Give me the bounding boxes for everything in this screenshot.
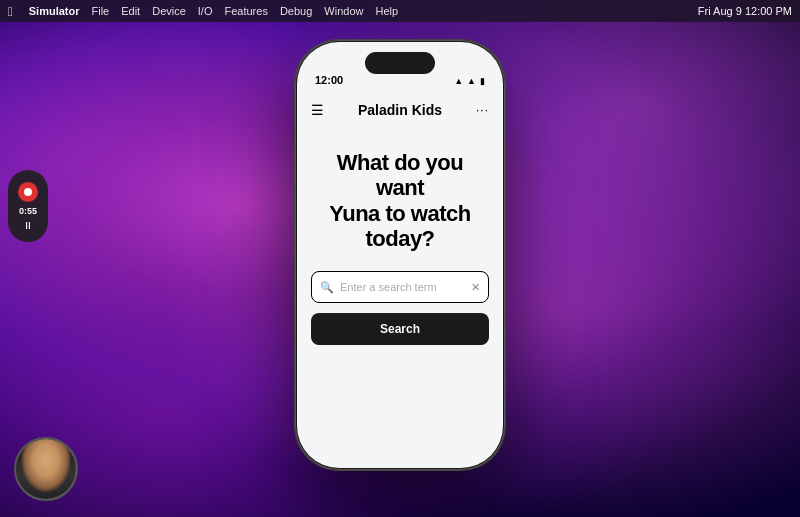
status-icons: ▲ ▲ ▮ — [454, 76, 485, 86]
file-menu[interactable]: File — [91, 5, 109, 17]
io-menu[interactable]: I/O — [198, 5, 213, 17]
menubar-left:  Simulator File Edit Device I/O Feature… — [8, 4, 398, 19]
dynamic-island — [365, 52, 435, 74]
pause-icon[interactable]: ⏸ — [23, 220, 33, 231]
app-content: What do you want Yuna to watch today? 🔍 … — [297, 130, 503, 468]
avatar-image — [16, 439, 76, 499]
record-button[interactable] — [18, 182, 38, 202]
signal-icon: ▲ — [454, 76, 463, 86]
search-bar[interactable]: 🔍 Enter a search term ✕ — [311, 271, 489, 303]
app-header: ☰ Paladin Kids ··· — [297, 90, 503, 130]
search-button[interactable]: Search — [311, 313, 489, 345]
features-menu[interactable]: Features — [224, 5, 267, 17]
hero-line2: Yuna to watch today? — [329, 201, 470, 251]
hero-text: What do you want Yuna to watch today? — [311, 150, 489, 251]
status-time: 12:00 — [315, 74, 343, 86]
device-menu[interactable]: Device — [152, 5, 186, 17]
menubar-right: Fri Aug 9 12:00 PM — [698, 5, 792, 17]
battery-icon: ▮ — [480, 76, 485, 86]
avatar — [14, 437, 78, 501]
menubar-time: Fri Aug 9 12:00 PM — [698, 5, 792, 17]
hero-line1: What do you want — [337, 150, 463, 200]
apple-menu[interactable]:  — [8, 4, 13, 19]
iphone-frame: 12:00 ▲ ▲ ▮ ☰ Paladin Kids ··· What do y… — [295, 40, 505, 470]
menubar:  Simulator File Edit Device I/O Feature… — [0, 0, 800, 22]
record-icon — [24, 188, 32, 196]
help-menu[interactable]: Help — [375, 5, 398, 17]
search-mag-icon: 🔍 — [320, 281, 334, 294]
recording-widget[interactable]: 0:55 ⏸ — [8, 170, 48, 242]
search-button-label: Search — [380, 322, 420, 336]
search-input[interactable]: Enter a search term — [340, 281, 465, 293]
hamburger-icon[interactable]: ☰ — [311, 102, 324, 118]
window-menu[interactable]: Window — [324, 5, 363, 17]
app-title: Paladin Kids — [358, 102, 442, 118]
record-time: 0:55 — [19, 206, 37, 216]
wifi-icon: ▲ — [467, 76, 476, 86]
dots-icon[interactable]: ··· — [476, 103, 489, 117]
iphone-screen: 12:00 ▲ ▲ ▮ ☰ Paladin Kids ··· What do y… — [297, 42, 503, 468]
clear-icon[interactable]: ✕ — [471, 281, 480, 294]
debug-menu[interactable]: Debug — [280, 5, 312, 17]
app-name-label[interactable]: Simulator — [29, 5, 80, 17]
edit-menu[interactable]: Edit — [121, 5, 140, 17]
desktop:  Simulator File Edit Device I/O Feature… — [0, 0, 800, 517]
